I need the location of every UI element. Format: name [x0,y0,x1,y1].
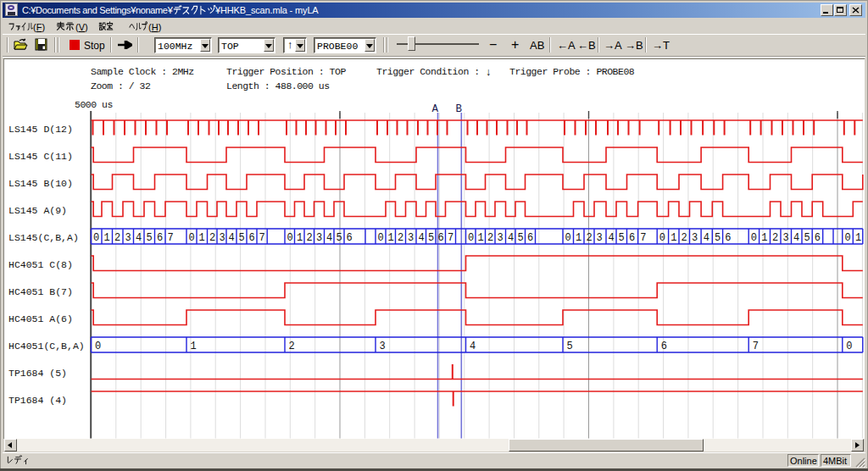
svg-text:A: A [432,103,439,115]
svg-text:6: 6 [629,232,635,244]
svg-text:1: 1 [478,232,484,244]
svg-text:4: 4 [136,232,142,244]
svg-text:1: 1 [670,232,676,244]
svg-text:HC4051 B(7): HC4051 B(7) [8,286,73,297]
svg-text:1: 1 [297,232,303,244]
svg-text:1: 1 [199,232,205,244]
svg-text:0: 0 [287,232,293,244]
svg-text:6: 6 [815,232,821,244]
svg-text:3: 3 [498,232,504,244]
svg-text:↓: ↓ [486,66,491,78]
svg-text:0: 0 [565,232,571,244]
svg-text:3: 3 [316,232,322,244]
svg-text:4: 4 [470,341,476,352]
svg-text:1: 1 [191,341,197,352]
svg-text:2: 2 [682,232,687,244]
svg-text:3: 3 [783,232,789,244]
svg-text:2: 2 [487,232,493,244]
svg-text:3: 3 [220,232,225,244]
svg-text:4: 4 [326,232,332,244]
svg-text:7: 7 [753,341,759,352]
svg-text:3: 3 [380,341,386,352]
svg-text:5: 5 [619,232,625,244]
svg-text:7: 7 [448,232,453,244]
svg-text:2: 2 [289,341,295,352]
svg-text:1: 1 [388,232,394,244]
svg-text:Trigger Condition :: Trigger Condition : [376,66,480,77]
svg-text:7: 7 [168,232,174,244]
svg-text:Sample Clock : 2MHz: Sample Clock : 2MHz [91,66,194,77]
svg-text:6: 6 [347,232,353,244]
svg-text:Length : 488.000 us: Length : 488.000 us [226,80,330,91]
svg-text:5: 5 [804,232,810,244]
svg-text:LS145 A(9): LS145 A(9) [8,205,67,216]
svg-text:LS145 D(12): LS145 D(12) [8,124,73,135]
svg-text:3: 3 [125,232,131,244]
svg-text:HC4051 C(8): HC4051 C(8) [8,259,73,270]
svg-text:LS145 C(11): LS145 C(11) [8,151,73,162]
svg-text:4: 4 [793,232,799,244]
svg-text:0: 0 [189,232,195,244]
svg-text:0: 0 [659,232,665,244]
svg-text:2: 2 [772,232,778,244]
svg-text:7: 7 [259,232,265,244]
svg-text:5: 5 [518,232,524,244]
svg-text:1: 1 [761,232,767,244]
svg-text:6: 6 [661,341,667,352]
svg-text:7: 7 [640,232,646,244]
svg-text:5: 5 [428,232,434,244]
svg-text:6: 6 [249,232,255,244]
svg-text:Zoom : / 32: Zoom : / 32 [91,80,151,91]
svg-text:0: 0 [468,232,474,244]
svg-text:Trigger Probe : PROBE08: Trigger Probe : PROBE08 [509,66,635,77]
svg-text:0: 0 [95,341,101,352]
svg-text:2: 2 [398,232,403,244]
svg-text:LS145(C,B,A): LS145(C,B,A) [8,232,79,243]
svg-text:3: 3 [597,232,603,244]
svg-text:5: 5 [715,232,721,244]
svg-text:6: 6 [438,232,444,244]
svg-text:4: 4 [704,232,709,244]
svg-text:TP1684 (4): TP1684 (4) [8,395,67,406]
svg-text:4: 4 [419,232,425,244]
svg-text:4: 4 [508,232,514,244]
svg-text:1: 1 [855,232,861,244]
svg-text:2: 2 [209,232,215,244]
svg-text:Trigger Position : TOP: Trigger Position : TOP [226,66,346,77]
svg-text:5: 5 [337,232,342,244]
svg-text:1: 1 [104,232,110,244]
svg-text:2: 2 [307,232,313,244]
svg-text:TP1684 (5): TP1684 (5) [8,368,67,379]
svg-text:0: 0 [378,232,384,244]
svg-text:HC4051(C,B,A): HC4051(C,B,A) [8,341,85,352]
svg-text:4: 4 [609,232,615,244]
svg-text:LS145 B(10): LS145 B(10) [8,178,73,189]
svg-text:0: 0 [93,232,99,244]
svg-text:1: 1 [576,232,581,244]
svg-text:6: 6 [527,232,533,244]
svg-text:0: 0 [844,232,850,244]
svg-text:B: B [456,103,463,115]
svg-text:5: 5 [147,232,153,244]
svg-text:6: 6 [725,232,731,244]
svg-text:3: 3 [408,232,414,244]
svg-text:0: 0 [846,341,852,352]
svg-text:5: 5 [239,232,245,244]
svg-text:0: 0 [751,232,757,244]
svg-text:2: 2 [114,232,120,244]
svg-text:5000 us: 5000 us [75,99,113,110]
svg-text:5: 5 [567,341,573,352]
svg-text:2: 2 [587,232,593,244]
svg-text:HC4051 A(6): HC4051 A(6) [8,313,73,324]
svg-text:4: 4 [229,232,235,244]
svg-text:6: 6 [157,232,163,244]
svg-text:3: 3 [692,232,698,244]
